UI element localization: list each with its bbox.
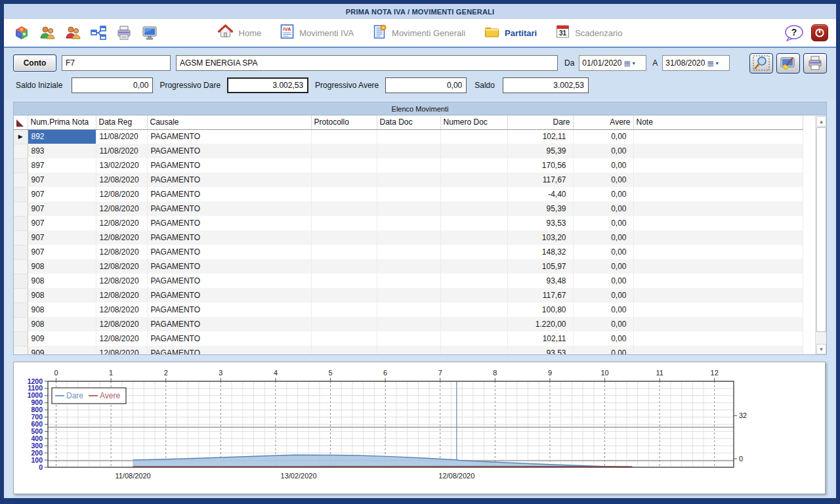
col-num-prima-nota[interactable]: Num.Prima Nota [28, 116, 96, 129]
saldo-value[interactable]: 3.002,53 [503, 77, 589, 93]
nav-home-label: Home [239, 28, 262, 38]
row-indicator[interactable] [14, 317, 28, 331]
row-indicator[interactable] [14, 303, 28, 317]
row-indicator[interactable] [14, 274, 28, 288]
share-icon[interactable] [90, 24, 107, 41]
svg-text:800: 800 [31, 406, 43, 413]
col-data-reg[interactable]: Data Reg [96, 116, 147, 129]
col-avere[interactable]: Avere [573, 116, 633, 129]
row-indicator[interactable] [14, 346, 28, 355]
conto-button[interactable]: Conto [13, 54, 56, 72]
table-row[interactable]: 90912/08/2020PAGAMENTO102,110,00 [14, 331, 803, 346]
cell [633, 346, 803, 355]
table-caption: Elenco Movimenti [14, 102, 826, 116]
cell: 909 [28, 346, 96, 355]
print-button[interactable] [803, 53, 827, 74]
table-row[interactable]: 90712/08/2020PAGAMENTO103,200,00 [14, 230, 803, 245]
printer-icon[interactable] [116, 24, 133, 41]
col-causale[interactable]: Causale [147, 116, 311, 129]
cell: 0,00 [573, 230, 633, 245]
table-row[interactable]: 90712/08/2020PAGAMENTO-4,400,00 [14, 187, 803, 201]
row-indicator[interactable] [14, 158, 28, 173]
users-red-icon[interactable] [64, 24, 81, 41]
cell: PAGAMENTO [147, 303, 311, 317]
cell: 170,56 [507, 158, 573, 173]
svg-text:100: 100 [31, 456, 43, 464]
nav-movimenti-generali[interactable]: Movimenti Generali [372, 24, 465, 41]
table-row[interactable]: 90812/08/2020PAGAMENTO93,480,00 [14, 274, 803, 288]
users-green-icon[interactable] [39, 24, 56, 41]
cell: 0,00 [573, 129, 633, 144]
table-row[interactable]: 90912/08/2020PAGAMENTO93,530,00 [14, 346, 803, 355]
progressivo-dare-value[interactable]: 3.002,53 [227, 77, 308, 93]
search-button[interactable] [749, 53, 773, 74]
row-indicator[interactable] [14, 216, 28, 230]
svg-text:Avere: Avere [100, 391, 120, 400]
folder-icon [484, 25, 499, 41]
col-data-doc[interactable]: Data Doc [377, 116, 440, 129]
row-indicator[interactable] [14, 201, 28, 216]
cell [311, 230, 377, 245]
cell: PAGAMENTO [147, 245, 311, 259]
row-indicator[interactable] [14, 144, 28, 158]
table-row[interactable]: 90712/08/2020PAGAMENTO93,530,00 [14, 216, 803, 230]
cell [440, 158, 507, 173]
col-protocollo[interactable]: Protocollo [311, 116, 377, 129]
app-cube-icon[interactable] [13, 24, 30, 41]
table-row[interactable]: 90812/08/2020PAGAMENTO1.220,000,00 [14, 317, 803, 331]
row-indicator[interactable]: ▶ [14, 129, 28, 144]
cell: 102,11 [507, 129, 573, 144]
table-row[interactable]: 89311/08/2020PAGAMENTO95,390,00 [14, 144, 803, 158]
progressivo-avere-value[interactable]: 0,00 [385, 77, 467, 93]
nav-partitari[interactable]: Partitari [484, 25, 537, 41]
power-icon[interactable] [811, 24, 828, 41]
cell: PAGAMENTO [147, 346, 311, 355]
nav-home[interactable]: Home [218, 24, 262, 41]
col-dare[interactable]: Dare [507, 116, 573, 129]
calendar-grid-icon: ▦ [623, 60, 630, 67]
row-indicator[interactable] [14, 331, 28, 346]
saldo-iniziale-value[interactable]: 0,00 [72, 77, 153, 93]
nav-movimenti-iva[interactable]: IVA Movimenti IVA [280, 24, 354, 41]
nav-scadenzario[interactable]: 31 Scadenzario [555, 24, 622, 41]
conto-name-input[interactable] [176, 55, 558, 71]
row-indicator[interactable] [14, 259, 28, 274]
date-from-value: 01/01/2020 [582, 58, 621, 68]
toolbar: Home IVA Movimenti IVA [4, 19, 836, 48]
col-numero-doc[interactable]: Numero Doc [440, 116, 507, 129]
cell [311, 187, 377, 201]
clean-button[interactable] [776, 53, 800, 74]
date-to-field[interactable]: 31/08/2020 ▦ ▾ [662, 55, 730, 71]
cell: 0,00 [573, 216, 633, 230]
cell: 100,80 [507, 303, 573, 317]
table-row[interactable]: ▶89211/08/2020PAGAMENTO102,110,00 [14, 129, 803, 144]
monitor-icon[interactable] [141, 24, 158, 41]
scrollbar-thumb[interactable] [816, 127, 826, 332]
row-indicator[interactable] [14, 288, 28, 303]
table-row[interactable]: 89713/02/2020PAGAMENTO170,560,00 [14, 158, 803, 173]
date-from-field[interactable]: 01/01/2020 ▦ ▾ [579, 55, 646, 71]
table-row[interactable]: 90712/08/2020PAGAMENTO117,670,00 [14, 173, 803, 187]
vertical-scrollbar[interactable]: ▲ ▼ [815, 116, 826, 354]
col-note[interactable]: Note [633, 116, 803, 129]
nav-scadenzario-label: Scadenzario [575, 28, 622, 38]
row-indicator[interactable] [14, 173, 28, 187]
conto-code-input[interactable] [62, 55, 171, 71]
table-row[interactable]: 90812/08/2020PAGAMENTO117,670,00 [14, 288, 803, 303]
scroll-up-icon[interactable]: ▲ [816, 116, 826, 127]
select-all-corner[interactable] [14, 116, 28, 129]
table-row[interactable]: 90712/08/2020PAGAMENTO148,320,00 [14, 245, 803, 259]
table-row[interactable]: 90812/08/2020PAGAMENTO105,970,00 [14, 259, 803, 274]
cell: PAGAMENTO [147, 331, 311, 346]
scroll-down-icon[interactable]: ▼ [816, 344, 826, 354]
help-icon[interactable]: ? [784, 24, 805, 42]
cell: 95,39 [507, 201, 573, 216]
row-indicator[interactable] [14, 245, 28, 259]
calendar-31-icon: 31 [555, 24, 570, 41]
table-row[interactable]: 90812/08/2020PAGAMENTO100,800,00 [14, 303, 803, 317]
cell [440, 274, 507, 288]
cell [377, 216, 440, 230]
table-row[interactable]: 90712/08/2020PAGAMENTO95,390,00 [14, 201, 803, 216]
row-indicator[interactable] [14, 230, 28, 245]
row-indicator[interactable] [14, 187, 28, 201]
